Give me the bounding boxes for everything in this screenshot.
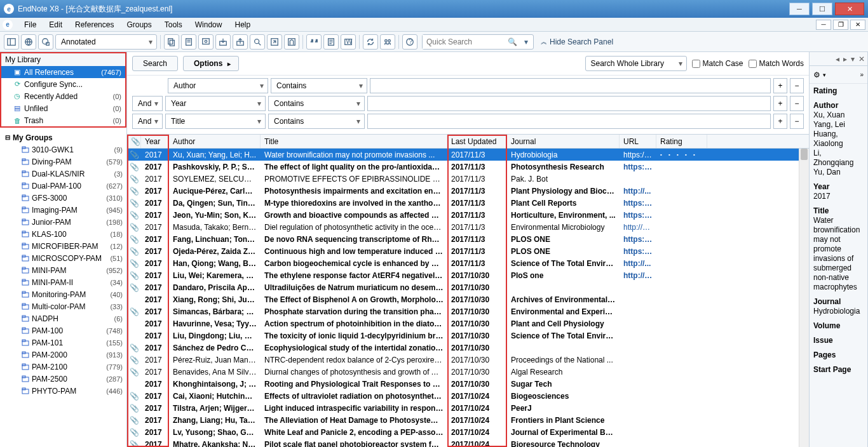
reference-row[interactable]: 📎2017Sánchez de Pedro Cre...Ecophysiolog…	[127, 342, 809, 354]
export-button[interactable]	[233, 34, 248, 50]
field-selector[interactable]: Author	[168, 78, 268, 93]
my-groups-header[interactable]: ⊟My Groups	[0, 131, 126, 143]
group-junior-pam[interactable]: Junior-PAM(198)	[0, 216, 126, 228]
layout-button[interactable]	[4, 34, 19, 50]
library-item-configure-sync-[interactable]: ⟳Configure Sync...	[1, 78, 125, 90]
search-dropdown-icon[interactable]: ▾	[519, 37, 533, 46]
format-button[interactable]	[323, 34, 339, 50]
reference-row[interactable]: 📎2017Pérez-Ruiz, Juan Manue...NTRC-depen…	[127, 354, 809, 366]
menu-edit[interactable]: Edit	[43, 20, 69, 29]
share-button[interactable]	[380, 34, 395, 50]
preview-options-button[interactable]: ⚙▾ »	[810, 66, 867, 84]
reference-row[interactable]: 📎2017Han, Qiong; Wang, Ba...Carbon bioge…	[127, 257, 809, 269]
online-search-button[interactable]	[198, 34, 214, 50]
reference-row[interactable]: 📎2017Tilstra, Arjen; Wijgerd...Light ind…	[127, 402, 809, 414]
goto-word-button[interactable]: W	[341, 34, 356, 50]
close-button[interactable]: ✕	[835, 3, 864, 15]
group-imaging-pam[interactable]: Imaging-PAM(945)	[0, 204, 126, 216]
reference-row[interactable]: 2017Khonghintaisong, J; So...Rooting and…	[127, 378, 809, 390]
group-monitoring-pam[interactable]: Monitoring-PAM(40)	[0, 288, 126, 300]
group-microscopy-pam[interactable]: MICROSCOPY-PAM(51)	[0, 252, 126, 264]
reference-row[interactable]: 📎2017Aucique-Pérez, Carlos ...Photosynth…	[127, 185, 809, 197]
col-attachment[interactable]: 📎	[127, 135, 141, 148]
reference-row[interactable]: 📎2017Simancas, Bárbara; Cot...Phosphate …	[127, 305, 809, 317]
vertical-scrollbar[interactable]	[799, 149, 809, 447]
reference-row[interactable]: 📎2017Lv, Yusong; Shao, Gao...White Leaf …	[127, 426, 809, 438]
close-panel-icon[interactable]: ✕	[858, 55, 865, 63]
remove-row-button[interactable]: −	[790, 96, 804, 111]
add-row-button[interactable]: +	[773, 96, 787, 111]
insert-citation-button[interactable]	[306, 34, 322, 50]
field-selector[interactable]: Title	[165, 114, 266, 129]
reference-row[interactable]: 📎2017SOYLEMEZ, SELCUK; K...PROMOTIVE EFF…	[127, 173, 809, 185]
open-file-button[interactable]	[284, 34, 299, 50]
menu-groups[interactable]: Groups	[120, 20, 158, 29]
group-mini-pam-ii[interactable]: MINI-PAM-II(34)	[0, 276, 126, 288]
col-last-updated[interactable]: Last Updated	[447, 135, 507, 148]
doc-close-button[interactable]: ✕	[850, 20, 865, 30]
remove-row-button[interactable]: −	[790, 78, 804, 93]
quick-search-input[interactable]	[423, 35, 505, 49]
reference-row[interactable]: 📎2017Dandaro, Priscila Apar...Ultradilui…	[127, 281, 809, 293]
menu-file[interactable]: File	[18, 20, 43, 29]
group-pam-2500[interactable]: PAM-2500(287)	[0, 373, 126, 385]
search-icon[interactable]: 🔍	[505, 37, 519, 46]
group-diving-pam[interactable]: Diving-PAM(579)	[0, 156, 126, 168]
menu-window[interactable]: Window	[189, 20, 229, 29]
minimize-button[interactable]: ─	[789, 3, 810, 15]
reference-row[interactable]: 📎2017Fang, Linchuan; Tong, ...De novo RN…	[127, 233, 809, 245]
reference-row[interactable]: 📎2017Zhang, Liang; Hu, Tao; ...The Allev…	[127, 414, 809, 426]
match-words-checkbox[interactable]: Match Words	[749, 59, 804, 68]
globe-lock-button[interactable]	[38, 34, 53, 50]
group-nadph[interactable]: NADPH(6)	[0, 312, 126, 324]
col-author[interactable]: Author	[169, 135, 261, 148]
reference-row[interactable]: 2017Xiang, Rong; Shi, Junqi...The Effect…	[127, 293, 809, 305]
search-scope-selector[interactable]: Search Whole Library	[585, 56, 687, 71]
library-item-all-references[interactable]: ▣All References(7467)	[1, 66, 125, 78]
reference-row[interactable]: 📎2017Masuda, Takako; Berná...Diel regula…	[127, 221, 809, 233]
group-multi-color-pam[interactable]: Multi-color-PAM(33)	[0, 300, 126, 312]
tab-menu-icon[interactable]: ▾	[851, 55, 855, 63]
find-fulltext-button[interactable]	[250, 34, 265, 50]
group-mini-pam[interactable]: MINI-PAM(952)	[0, 264, 126, 276]
operator-selector[interactable]: Contains	[268, 114, 365, 129]
search-button[interactable]: Search	[132, 56, 178, 71]
remove-row-button[interactable]: −	[790, 114, 804, 129]
menu-help[interactable]: Help	[228, 20, 257, 29]
copy-ref-button[interactable]	[164, 34, 179, 50]
menu-references[interactable]: References	[69, 20, 120, 29]
options-button[interactable]: Options	[183, 56, 239, 71]
col-title[interactable]: Title	[261, 135, 447, 148]
doc-restore-button[interactable]: ❐	[833, 20, 848, 30]
reference-row[interactable]: 📎2017Cai, Xiaoni; Hutchins, ...Effects o…	[127, 390, 809, 402]
operator-selector[interactable]: Contains	[268, 96, 365, 111]
bool-selector[interactable]: And	[132, 96, 163, 111]
group-pam-101[interactable]: PAM-101(155)	[0, 337, 126, 349]
new-ref-button[interactable]	[181, 34, 196, 50]
reference-row[interactable]: 📎2017Liu, Wei; Karemera, N.J...The ethyl…	[127, 269, 809, 281]
group-dual-pam-100[interactable]: Dual-PAM-100(627)	[0, 180, 126, 192]
reference-row[interactable]: 📎2017Jeon, Yu-Min; Son, Ki-...Growth and…	[127, 209, 809, 221]
reference-row[interactable]: 📎2017Ojeda-Pérez, Zaida Zar...Continuous…	[127, 245, 809, 257]
col-rating[interactable]: Rating	[656, 135, 707, 148]
col-url[interactable]: URL	[620, 135, 656, 148]
quick-search[interactable]: 🔍 ▾	[422, 34, 534, 50]
next-tab-icon[interactable]: ▸	[843, 55, 847, 63]
doc-minimize-button[interactable]: ─	[816, 20, 831, 30]
group-3010-gwk1[interactable]: 3010-GWK1(9)	[0, 143, 126, 156]
group-phyto-pam[interactable]: PHYTO-PAM(446)	[0, 385, 126, 397]
bool-selector[interactable]: And	[132, 114, 163, 129]
group-pam-2000[interactable]: PAM-2000(913)	[0, 349, 126, 361]
search-value-input[interactable]	[367, 114, 771, 129]
library-item-trash[interactable]: 🗑Trash(0)	[1, 114, 125, 126]
reference-row[interactable]: 📎2017Mhatre, Akanksha; Na...Pilot scale …	[127, 438, 809, 447]
import-button[interactable]	[215, 34, 231, 50]
col-year[interactable]: Year	[141, 135, 169, 148]
group-pam-2100[interactable]: PAM-2100(779)	[0, 361, 126, 373]
library-item-unfiled[interactable]: ▤Unfiled(0)	[1, 102, 125, 114]
reference-row[interactable]: 📎2017Benavides, Ana M Silva;...Diurnal c…	[127, 366, 809, 378]
match-case-checkbox[interactable]: Match Case	[692, 59, 743, 68]
help-button[interactable]: ?	[402, 34, 417, 50]
reference-row[interactable]: 2017Havurinne, Vesa; Tyyst...Action spec…	[127, 317, 809, 330]
add-row-button[interactable]: +	[773, 114, 787, 129]
